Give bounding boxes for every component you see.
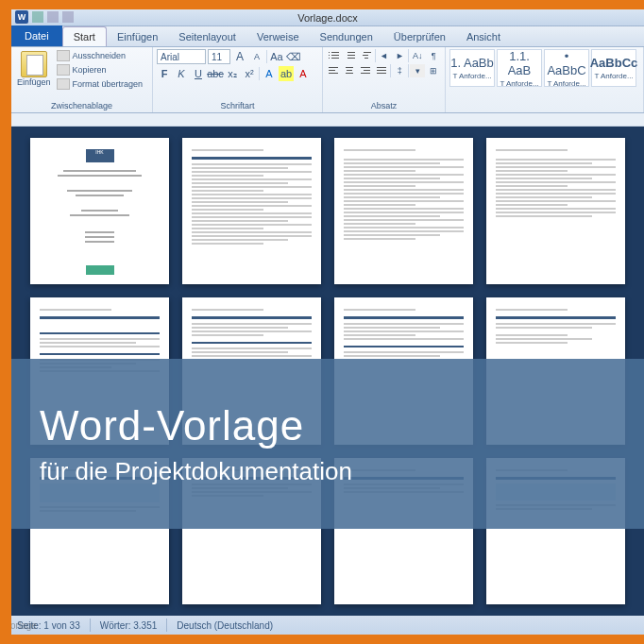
bullet-list-button[interactable] [327, 49, 342, 62]
brush-icon [57, 78, 70, 90]
ribbon-group-clipboard: Einfügen Ausschneiden Kopieren Format üb… [11, 47, 153, 112]
strikethrough-button[interactable]: abc [208, 66, 223, 81]
frame-top [0, 0, 644, 9]
justify-button[interactable] [375, 64, 390, 77]
frame-bottom [0, 635, 644, 644]
align-left-button[interactable] [327, 64, 342, 77]
banner-subtitle: für die Projektdokumentation [40, 457, 644, 486]
page-thumbnail[interactable]: IHK [30, 138, 169, 284]
title-bar: W Vorlage.docx [11, 9, 644, 26]
ruler[interactable] [11, 113, 644, 127]
subscript-button[interactable]: x₂ [225, 66, 240, 81]
paste-icon [21, 51, 47, 77]
show-marks-button[interactable]: ¶ [426, 49, 441, 62]
style-item[interactable]: 1. AaBbT Anforde... [449, 49, 495, 87]
banner-title: Word-Vorlage [40, 402, 644, 449]
underline-button[interactable]: U [191, 66, 206, 81]
tab-references[interactable]: Verweise [246, 27, 310, 46]
ribbon: Einfügen Ausschneiden Kopieren Format üb… [11, 47, 644, 113]
file-menu[interactable]: Datei [11, 25, 62, 46]
tab-page-layout[interactable]: Seitenlayout [168, 27, 246, 46]
copy-button[interactable]: Kopieren [56, 63, 144, 76]
paste-label: Einfügen [17, 77, 51, 87]
grow-font-button[interactable]: A [232, 49, 247, 64]
tab-mailings[interactable]: Sendungen [310, 27, 383, 46]
status-words[interactable]: Wörter: 3.351 [100, 620, 158, 631]
tab-insert[interactable]: Einfügen [107, 27, 168, 46]
shrink-font-button[interactable]: A [249, 49, 264, 64]
style-item[interactable]: • AaBbCT Anforde... [544, 49, 589, 87]
font-size-combo[interactable]: 11 [208, 49, 230, 64]
ribbon-group-styles: 1. AaBbT Anforde... 1.1. AaBT Anforde...… [446, 47, 644, 112]
page-thumbnail[interactable] [182, 138, 321, 284]
borders-button[interactable]: ⊞ [426, 64, 441, 77]
copy-icon [57, 64, 70, 76]
decrease-indent-button[interactable]: ◄ [377, 49, 392, 62]
ribbon-group-font: Arial 11 A A Aa ⌫ F K U abc x₂ x² A ab A [153, 47, 323, 112]
scissors-icon [57, 50, 70, 61]
sort-button[interactable]: A↓ [410, 49, 425, 62]
highlight-button[interactable]: ab [279, 66, 294, 81]
bold-button[interactable]: F [157, 66, 172, 81]
align-right-button[interactable] [359, 64, 374, 77]
font-group-label: Schriftart [157, 99, 318, 110]
redo-icon[interactable] [62, 11, 74, 23]
paste-button[interactable]: Einfügen [15, 49, 53, 89]
italic-button[interactable]: K [174, 66, 189, 81]
save-icon[interactable] [32, 11, 43, 23]
status-bar: Seite: 1 von 33 Wörter: 3.351 Deutsch (D… [11, 616, 644, 635]
font-color-button[interactable]: A [296, 66, 311, 81]
overlay-banner: Word-Vorlage für die Projektdokumentatio… [11, 359, 644, 529]
ribbon-group-paragraph: ◄ ► A↓ ¶ ‡ ▾ ⊞ Absatz [323, 47, 446, 112]
ribbon-tabs: Datei Start Einfügen Seitenlayout Verwei… [11, 26, 644, 47]
clipboard-group-label: Zwischenablage [15, 99, 148, 110]
align-center-button[interactable] [343, 64, 358, 77]
maoke-logo [86, 265, 114, 275]
style-item[interactable]: AaBbCcT Anforde... [591, 49, 636, 87]
tab-review[interactable]: Überprüfen [383, 27, 456, 46]
status-language[interactable]: Deutsch (Deutschland) [177, 620, 273, 631]
ihk-logo: IHK [86, 149, 114, 162]
tab-view[interactable]: Ansicht [456, 27, 511, 46]
superscript-button[interactable]: x² [242, 66, 257, 81]
numbered-list-button[interactable] [343, 49, 358, 62]
change-case-button[interactable]: Aa [269, 49, 284, 64]
tab-start[interactable]: Start [62, 26, 107, 46]
frame-left [0, 0, 11, 644]
word-app-icon: W [15, 10, 28, 24]
paragraph-group-label: Absatz [327, 99, 441, 110]
multilevel-list-button[interactable] [359, 49, 374, 62]
quick-access-toolbar [32, 11, 74, 23]
page-thumbnail[interactable] [486, 138, 625, 284]
text-effects-button[interactable]: A [262, 66, 277, 81]
undo-icon[interactable] [47, 11, 59, 23]
style-item[interactable]: 1.1. AaBT Anforde... [497, 49, 542, 87]
clear-formatting-button[interactable]: ⌫ [286, 49, 301, 64]
format-painter-button[interactable]: Format übertragen [56, 77, 144, 91]
line-spacing-button[interactable]: ‡ [392, 64, 407, 77]
document-title: Vorlage.docx [297, 12, 358, 24]
cut-button[interactable]: Ausschneiden [56, 49, 144, 62]
page-thumbnail[interactable] [334, 138, 473, 284]
increase-indent-button[interactable]: ► [392, 49, 407, 62]
font-name-combo[interactable]: Arial [157, 49, 206, 64]
shading-button[interactable]: ▾ [410, 64, 425, 77]
